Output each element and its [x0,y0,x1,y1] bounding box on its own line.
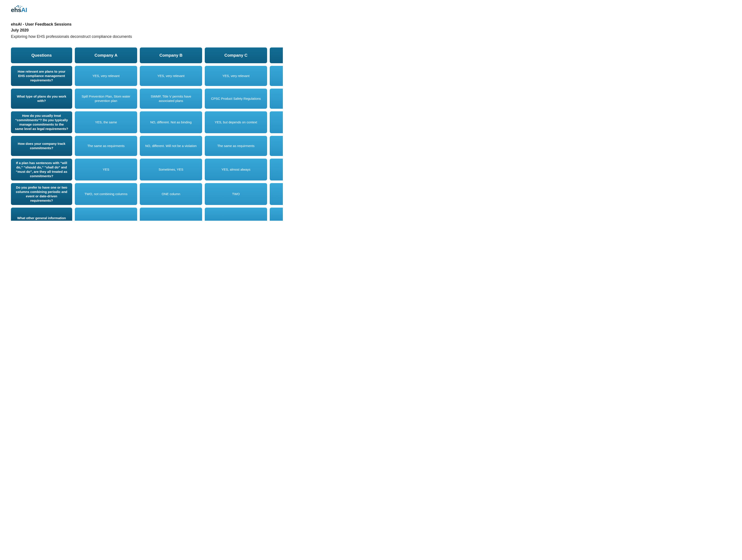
answer-cell: The same as requirments [205,136,267,156]
logo: ehsAI [11,7,742,15]
feedback-grid: Questions Company A Company B Company C … [11,47,280,221]
answer-cell: Sometimes, YES [140,159,202,181]
logo-dots-icon [15,5,23,9]
page-date: July 2020 [11,27,742,33]
col-header-questions: Questions [11,47,72,63]
col-header-overflow [270,47,283,63]
answer-cell: YES [75,159,137,181]
col-header-company-b: Company B [140,47,202,63]
question-cell: What type of plans do you work with? [11,89,72,109]
answer-cell-overflow [270,136,283,156]
answer-cell-overflow [270,66,283,86]
answer-cell: YES, but depends on context [205,111,267,133]
page-subtitle: Exploring how EHS professionals deconstr… [11,34,742,40]
answer-cell: YES, almost always [205,159,267,181]
answer-cell-overflow [270,208,283,221]
question-cell: How relevant are plans to your EHS compl… [11,66,72,86]
question-cell: Do you prefer to have one or two columns… [11,183,72,205]
answer-cell [75,208,137,221]
question-cell: If a plan has sentences with “will do,” … [11,159,72,181]
answer-cell-overflow [270,111,283,133]
question-cell: How do you usually treat “commitments”? … [11,111,72,133]
answer-cell: YES, very relevant [140,66,202,86]
answer-cell-overflow [270,183,283,205]
answer-cell-overflow [270,159,283,181]
answer-cell: NO, different. Not as binding [140,111,202,133]
page-header: ehsAI - User Feedback Sessions July 2020… [11,21,742,40]
answer-cell: YES, very relevant [75,66,137,86]
answer-cell-overflow [270,89,283,109]
answer-cell [205,208,267,221]
answer-cell: SWMP, Title V permits have associated pl… [140,89,202,109]
answer-cell: Spill Prevention Plan, Stom water preven… [75,89,137,109]
answer-cell [140,208,202,221]
answer-cell: TWO [205,183,267,205]
answer-cell: NO, different. Will not be a violation [140,136,202,156]
page-title: ehsAI - User Feedback Sessions [11,21,742,27]
answer-cell: The same as requirments [75,136,137,156]
answer-cell: YES, the same [75,111,137,133]
question-cell: What other general information [11,208,72,221]
answer-cell: TWO, not combining columns [75,183,137,205]
col-header-company-a: Company A [75,47,137,63]
answer-cell: ONE column [140,183,202,205]
answer-cell: CPSC Product Safety Regulations [205,89,267,109]
question-cell: How does your company track commitments? [11,136,72,156]
col-header-company-c: Company C [205,47,267,63]
answer-cell: YES, very relevant [205,66,267,86]
